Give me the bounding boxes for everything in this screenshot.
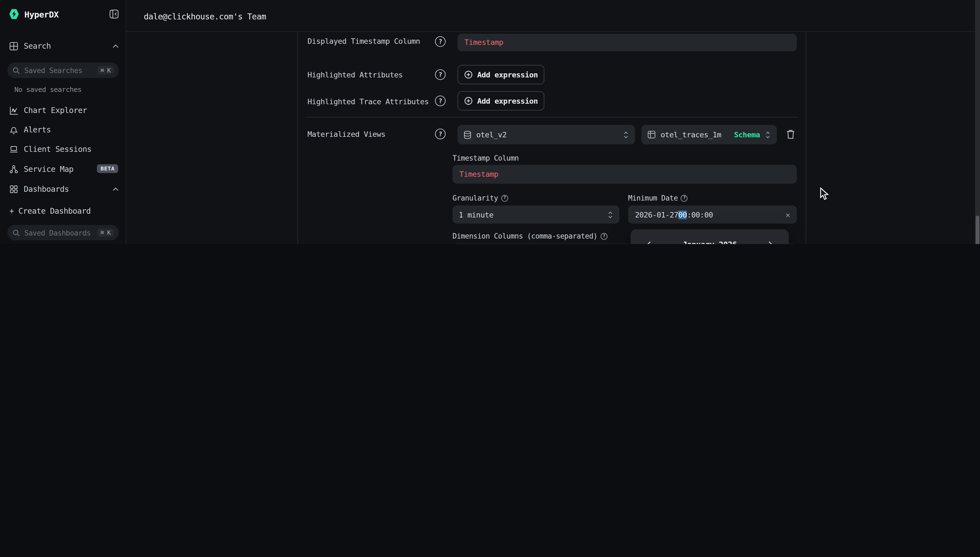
logo-row: HyperDX: [9, 9, 119, 20]
sidebar-item-chart-explorer[interactable]: Chart Explorer: [9, 106, 119, 115]
schema-link[interactable]: Schema: [734, 130, 760, 139]
app-title: HyperDX: [24, 9, 59, 19]
saved-dashboards-placeholder: Saved Dashboards: [24, 228, 91, 237]
field-label: Granularity?: [452, 194, 508, 202]
input-value: Timestamp: [459, 170, 498, 179]
sidebar-item-label: Chart Explorer: [24, 106, 87, 115]
mv-timestamp-input[interactable]: Timestamp: [452, 165, 797, 184]
divider: [305, 117, 799, 117]
sidebar-item-label: Alerts: [24, 125, 51, 134]
sidebar-item-label: Dashboards: [24, 184, 69, 194]
no-saved-searches-text: No saved searches: [15, 86, 82, 94]
date-value: :00:00: [687, 210, 713, 219]
input-value: Timestamp: [464, 38, 503, 47]
button-label: Add expression: [477, 96, 538, 105]
chevron-updown-icon: [765, 130, 771, 139]
help-icon[interactable]: ?: [435, 36, 446, 47]
create-dashboard-button[interactable]: + Create Dashboard: [9, 206, 91, 215]
shortcut-badge: ⌘ K: [98, 66, 114, 75]
team-title: dale@clickhouse.com's Team: [144, 12, 266, 21]
date-value-selected: 00: [678, 210, 687, 219]
sidebar-item-label: Service Map: [24, 164, 73, 173]
date-value: 2026-01-27: [635, 210, 678, 219]
field-label: Minimum Date?: [628, 194, 688, 202]
dashboards-icon: [9, 185, 18, 194]
scrollbar-thumb[interactable]: [976, 216, 980, 244]
minimum-date-input[interactable]: 2026-01-27 00:00:00 ✕: [628, 205, 797, 223]
field-label: Highlighted Attributes: [307, 71, 403, 79]
sidebar-item-alerts[interactable]: Alerts: [9, 125, 119, 134]
table-icon: [647, 130, 656, 139]
chart-icon: [9, 106, 18, 115]
service-map-icon: [9, 165, 18, 173]
displayed-timestamp-input[interactable]: Timestamp: [457, 34, 797, 51]
select-value: otel_v2: [476, 130, 507, 139]
help-icon[interactable]: ?: [435, 69, 446, 80]
search-icon: [13, 229, 20, 236]
beta-badge: BETA: [97, 164, 119, 173]
date-picker-popover: January 2026 MoTuWeThFrSaSu 293031123456…: [631, 229, 789, 244]
select-value: otel_traces_1m: [660, 130, 721, 139]
materialized-view-table-select[interactable]: otel_traces_1m Schema: [641, 125, 777, 145]
bell-icon: [9, 125, 18, 134]
help-icon[interactable]: ?: [435, 96, 446, 106]
sidebar: HyperDX Search Saved Searches ⌘ K No sav…: [0, 0, 126, 244]
sidebar-item-search[interactable]: Search: [9, 41, 119, 50]
field-label: Timestamp Column: [452, 154, 519, 163]
materialized-view-db-select[interactable]: otel_v2: [457, 125, 635, 145]
help-icon[interactable]: ?: [435, 129, 446, 139]
field-label: Highlighted Trace Attributes: [307, 98, 429, 106]
sidebar-item-label: Client Sessions: [24, 144, 91, 153]
topbar: dale@clickhouse.com's Team: [126, 0, 980, 32]
sidebar-item-client-sessions[interactable]: Client Sessions: [9, 144, 119, 153]
granularity-select[interactable]: 1 minute: [452, 205, 620, 223]
search-icon: [13, 67, 20, 74]
sidebar-item-label: Search: [24, 41, 51, 50]
clear-date-icon[interactable]: ✕: [786, 210, 790, 219]
table-icon: [9, 42, 18, 50]
field-label: Materialized Views: [307, 130, 385, 139]
plus-circle-icon: [464, 71, 472, 79]
delete-view-trash-icon[interactable]: [786, 129, 795, 140]
saved-searches-placeholder: Saved Searches: [24, 66, 82, 75]
add-expression-button[interactable]: Add expression: [457, 91, 544, 111]
sidebar-item-dashboards[interactable]: Dashboards: [9, 184, 119, 194]
chevron-up-icon: [113, 44, 119, 48]
info-icon[interactable]: ?: [501, 194, 508, 201]
saved-dashboards-input[interactable]: Saved Dashboards ⌘ K: [7, 225, 119, 241]
info-icon[interactable]: ?: [601, 233, 607, 239]
chevron-updown-icon: [623, 130, 629, 139]
field-label: Dimension Columns (comma-separated)?: [452, 232, 607, 241]
saved-searches-input[interactable]: Saved Searches ⌘ K: [7, 62, 119, 78]
info-icon[interactable]: ?: [681, 194, 688, 201]
add-expression-button[interactable]: Add expression: [457, 65, 544, 84]
plus-circle-icon: [464, 97, 472, 105]
source-settings-card: Displayed Timestamp Column ? Timestamp H…: [298, 33, 806, 244]
chevron-updown-icon: [607, 210, 613, 219]
shortcut-badge: ⌘ K: [98, 229, 114, 237]
mouse-cursor: [820, 187, 830, 200]
chevron-up-icon: [113, 187, 119, 191]
select-value: 1 minute: [459, 210, 494, 219]
button-label: Add expression: [477, 70, 538, 79]
scrollbar-track[interactable]: [975, 0, 980, 244]
hyperdx-logo-icon: [9, 9, 19, 20]
laptop-icon: [9, 145, 18, 153]
next-month-button[interactable]: [764, 238, 778, 244]
field-label: Displayed Timestamp Column: [307, 37, 420, 46]
collapse-sidebar-icon[interactable]: [109, 9, 119, 19]
hyperdx-app: HyperDX Search Saved Searches ⌘ K No sav…: [0, 0, 980, 244]
database-icon: [464, 130, 471, 139]
